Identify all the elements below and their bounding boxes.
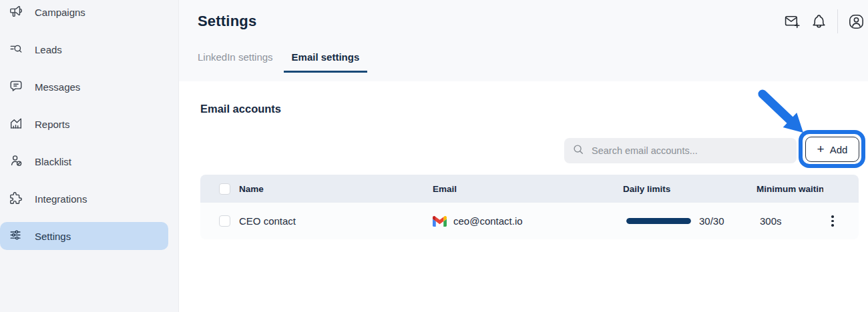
column-header-email: Email <box>433 184 623 194</box>
bell-icon <box>811 22 827 32</box>
add-button-label: Add <box>830 144 848 155</box>
email-accounts-searchbar <box>564 138 797 163</box>
sidebar: Campaigns Leads Messages Reports Blackli… <box>0 0 179 312</box>
daily-limits-progressbar <box>626 218 691 224</box>
section-title: Email accounts <box>200 103 281 115</box>
sidebar-item-label: Reports <box>35 119 70 130</box>
cell-daily-limits: 30/30 <box>623 215 756 227</box>
megaphone-icon <box>9 4 23 21</box>
tab-email-settings[interactable]: Email settings <box>284 45 368 73</box>
lead-search-icon <box>9 41 23 58</box>
add-button[interactable]: + Add <box>805 137 859 162</box>
sidebar-item-label: Leads <box>35 44 62 55</box>
email-accounts-table: Name Email Daily limits Minimum waiting … <box>200 175 859 239</box>
column-header-minimum-waiting: Minimum waiting <box>756 184 823 194</box>
tab-linkedin-settings[interactable]: LinkedIn settings <box>190 45 281 73</box>
sidebar-item-label: Blacklist <box>35 156 71 167</box>
chat-bubble-icon <box>9 79 23 95</box>
sidebar-item-blacklist[interactable]: Blacklist <box>0 147 168 175</box>
cell-name: CEO contact <box>239 215 433 227</box>
sidebar-item-settings[interactable]: Settings <box>0 222 168 250</box>
row-menu-button[interactable] <box>826 213 839 230</box>
search-icon <box>572 143 584 158</box>
table-row: CEO contact ceo@contact.io 30 <box>200 203 859 239</box>
column-header-daily-limits: Daily limits <box>623 184 756 194</box>
daily-limits-value: 30/30 <box>699 215 724 227</box>
sidebar-item-label: Settings <box>35 231 71 242</box>
sliders-icon <box>9 228 23 245</box>
cell-minimum-waiting: 300s <box>756 215 823 227</box>
puzzle-icon <box>9 191 23 207</box>
sidebar-item-label: Integrations <box>35 193 87 205</box>
mail-plus-icon <box>784 22 801 32</box>
sidebar-item-label: Messages <box>35 81 80 93</box>
email-address: ceo@contact.io <box>453 215 523 227</box>
notifications-button[interactable] <box>811 13 827 30</box>
daily-limits-progress-fill <box>626 218 691 224</box>
new-message-button[interactable] <box>784 13 801 30</box>
app-container: Settings LinkedIn settings Email setting… <box>0 0 868 312</box>
plus-icon: + <box>817 143 825 155</box>
page-title: Settings <box>198 13 256 30</box>
column-header-name: Name <box>239 184 433 194</box>
profile-icon <box>848 22 865 32</box>
kebab-icon <box>831 215 834 218</box>
sidebar-item-campaigns[interactable]: Campaigns <box>0 0 168 26</box>
topbar-divider <box>837 9 838 33</box>
cell-email: ceo@contact.io <box>433 215 623 227</box>
blocked-user-icon <box>9 153 23 170</box>
search-input[interactable] <box>590 145 789 157</box>
sidebar-item-messages[interactable]: Messages <box>0 73 168 101</box>
chart-icon <box>9 116 23 133</box>
gmail-icon <box>433 216 447 227</box>
annotation-arrow-icon <box>756 89 809 137</box>
select-all-checkbox[interactable] <box>219 183 230 195</box>
table-header-row: Name Email Daily limits Minimum waiting <box>200 175 859 203</box>
sidebar-item-leads[interactable]: Leads <box>0 35 168 63</box>
row-checkbox[interactable] <box>219 215 230 227</box>
sidebar-item-integrations[interactable]: Integrations <box>0 185 168 213</box>
sidebar-item-label: Campaigns <box>35 7 85 18</box>
profile-button[interactable] <box>848 13 865 30</box>
sidebar-item-reports[interactable]: Reports <box>0 110 168 138</box>
settings-tabs: LinkedIn settings Email settings <box>190 45 367 73</box>
